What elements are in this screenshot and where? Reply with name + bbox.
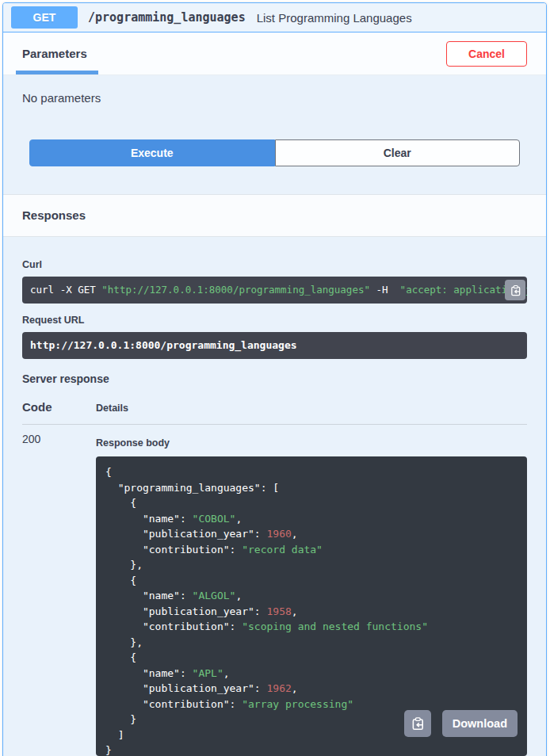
responses-header: Responses: [3, 194, 546, 237]
parameters-tab-underline: [16, 71, 98, 74]
response-body-actions: Download: [404, 710, 518, 737]
tab-parameters[interactable]: Parameters: [22, 47, 87, 60]
table-divider: [22, 424, 527, 425]
curl-label: Curl: [22, 259, 527, 270]
clipboard-icon: [510, 284, 521, 296]
download-button[interactable]: Download: [442, 710, 518, 737]
responses-title: Responses: [22, 208, 86, 222]
response-row-200: 200 Response body { "programming_languag…: [22, 433, 527, 756]
parameters-body: No parameters Execute Clear: [3, 75, 546, 194]
execute-button-group: Execute Clear: [29, 139, 520, 166]
request-url-bar: http://127.0.0.1:8000/programming_langua…: [22, 332, 527, 359]
request-url-label: Request URL: [22, 315, 527, 326]
response-details-cell: Response body { "programming_languages":…: [96, 433, 527, 756]
http-method-badge: GET: [11, 6, 78, 29]
execute-button[interactable]: Execute: [29, 139, 275, 166]
clipboard-icon: [411, 716, 425, 731]
responses-body: Curl curl -X GET "http://127.0.0.1:8000/…: [3, 237, 546, 756]
operation-summary-text: List Programming Languages: [257, 11, 412, 25]
status-code: 200: [22, 433, 96, 756]
clear-button[interactable]: Clear: [275, 139, 521, 166]
server-response-label: Server response: [22, 372, 527, 385]
code-column-header: Code: [22, 400, 96, 414]
curl-command-bar: curl -X GET "http://127.0.0.1:8000/progr…: [22, 277, 527, 304]
request-url-text: http://127.0.0.1:8000/programming_langua…: [22, 332, 527, 359]
operation-block: GET /programming_languages List Programm…: [2, 2, 547, 756]
copy-to-clipboard-icon[interactable]: [505, 280, 525, 300]
response-body-console: { "programming_languages": [ { "name": "…: [96, 456, 527, 756]
no-parameters-message: No parameters: [22, 91, 527, 105]
operation-path[interactable]: /programming_languages: [88, 10, 246, 25]
curl-command-text: curl -X GET "http://127.0.0.1:8000/progr…: [22, 277, 527, 304]
response-body-label: Response body: [96, 437, 527, 449]
parameters-header: Parameters Cancel: [3, 32, 546, 75]
details-column-header: Details: [96, 403, 128, 414]
cancel-button[interactable]: Cancel: [446, 41, 527, 67]
response-table-header: Code Details: [22, 400, 527, 414]
copy-to-clipboard-icon[interactable]: [404, 710, 431, 737]
operation-summary-row[interactable]: GET /programming_languages List Programm…: [3, 3, 546, 32]
